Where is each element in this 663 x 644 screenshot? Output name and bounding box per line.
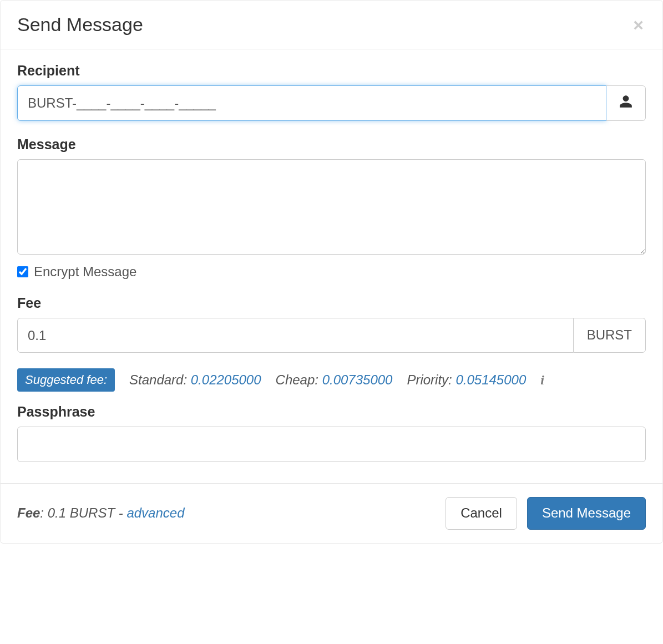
cheap-fee: Cheap: 0.00735000 <box>276 372 393 388</box>
priority-fee: Priority: 0.05145000 <box>407 372 526 388</box>
contact-picker-button[interactable] <box>606 85 646 121</box>
footer-buttons: Cancel Send Message <box>446 497 646 530</box>
standard-fee: Standard: 0.02205000 <box>129 372 261 388</box>
passphrase-input[interactable] <box>17 427 646 462</box>
passphrase-group: Passphrase <box>17 404 646 462</box>
cancel-button[interactable]: Cancel <box>446 497 517 530</box>
encrypt-label: Encrypt Message <box>34 264 136 280</box>
fee-group: Fee BURST <box>17 295 646 353</box>
fee-label: Fee <box>17 295 646 311</box>
encrypt-checkbox[interactable] <box>17 266 28 277</box>
modal-footer: Fee: 0.1 BURST - advanced Cancel Send Me… <box>1 483 662 543</box>
send-message-modal: Send Message × Recipient Message Encrypt… <box>0 0 663 544</box>
recipient-input[interactable] <box>17 85 606 121</box>
cheap-fee-value[interactable]: 0.00735000 <box>322 372 393 387</box>
standard-fee-value[interactable]: 0.02205000 <box>191 372 261 387</box>
modal-title: Send Message <box>17 14 143 36</box>
message-group: Message Encrypt Message <box>17 136 646 280</box>
priority-fee-label: Priority: <box>407 372 452 387</box>
suggested-fee-badge: Suggested fee: <box>17 368 115 392</box>
fee-unit: BURST <box>574 318 646 353</box>
cheap-fee-label: Cheap: <box>276 372 318 387</box>
footer-fee-summary: Fee: 0.1 BURST - advanced <box>17 505 185 521</box>
footer-fee-word: Fee <box>17 505 40 520</box>
encrypt-wrap: Encrypt Message <box>17 264 646 280</box>
message-input[interactable] <box>17 159 646 255</box>
recipient-input-group <box>17 85 646 121</box>
fee-input-group: BURST <box>17 318 646 353</box>
fee-input[interactable] <box>17 318 574 353</box>
recipient-label: Recipient <box>17 63 646 79</box>
send-message-button[interactable]: Send Message <box>527 497 646 530</box>
priority-fee-value[interactable]: 0.05145000 <box>456 372 526 387</box>
close-icon[interactable]: × <box>631 16 646 34</box>
passphrase-label: Passphrase <box>17 404 646 420</box>
advanced-link[interactable]: advanced <box>126 505 184 520</box>
user-icon <box>619 94 633 112</box>
info-icon[interactable]: i <box>540 373 544 388</box>
suggested-fee-row: Suggested fee: Standard: 0.02205000 Chea… <box>17 368 646 392</box>
modal-body: Recipient Message Encrypt Message Fee <box>1 49 662 483</box>
modal-header: Send Message × <box>1 1 662 49</box>
message-label: Message <box>17 136 646 153</box>
footer-fee-text: : 0.1 BURST - <box>40 505 126 520</box>
recipient-group: Recipient <box>17 63 646 121</box>
standard-fee-label: Standard: <box>129 372 187 387</box>
